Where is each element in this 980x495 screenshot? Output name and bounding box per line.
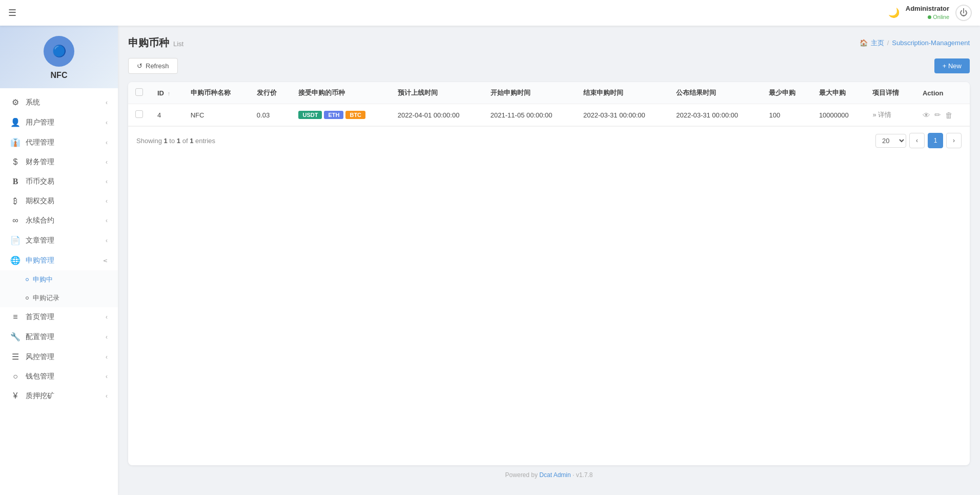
logo-icon: 🔵: [52, 45, 66, 58]
td-name: NFC: [183, 104, 250, 126]
top-header: ☰ 🌙 Administrator Online ⏻: [0, 0, 980, 26]
dot-icon: [26, 278, 29, 281]
sidebar-item-pledge-mining[interactable]: ¥ 质押挖矿 ‹: [0, 386, 118, 406]
footer-dcat-link[interactable]: Dcat Admin: [539, 471, 570, 479]
badge-group: USDT ETH BTC: [298, 111, 383, 119]
new-button[interactable]: + New: [934, 58, 970, 73]
submenu-subscription: 申购中 申购记录: [0, 270, 118, 307]
sidebar-item-perpetual-contract[interactable]: ∞ 永续合约 ‹: [0, 211, 118, 230]
table-header: ID ↑ 申购币种名称 发行价 接受申购的币种: [128, 82, 970, 104]
chevron-right-icon: ‹: [106, 139, 108, 146]
gear-icon: ⚙: [10, 97, 21, 107]
sidebar-menu: ⚙ 系统 ‹ 👤 用户管理 ‹ 👔 代理管理 ‹: [0, 88, 118, 495]
toolbar-left: ↺ Refresh: [128, 58, 178, 74]
risk-icon: ☰: [10, 352, 21, 362]
td-end-time: 2022-03-31 00:00:00: [576, 104, 669, 126]
sidebar-item-subscription-active[interactable]: 申购中: [0, 270, 118, 289]
power-icon[interactable]: ⏻: [955, 5, 972, 21]
page-1-button[interactable]: 1: [928, 133, 943, 148]
breadcrumb-nav: 🏠 主页 / Subscription-Management: [860, 38, 970, 48]
page-footer: Powered by Dcat Admin · v1.7.8: [128, 465, 970, 485]
breadcrumb-current: Subscription-Management: [892, 39, 970, 47]
dot-icon: [26, 296, 29, 300]
entries-info: Showing 1 to 1 of 1 entries: [136, 137, 215, 145]
td-max-subscription: 10000000: [812, 104, 866, 126]
sidebar-item-system[interactable]: ⚙ 系统 ‹: [0, 92, 118, 112]
th-max-subscription: 最大申购: [812, 82, 866, 104]
table-footer: Showing 1 to 1 of 1 entries 20 50 100: [128, 126, 970, 154]
toolbar: ↺ Refresh + New: [128, 58, 970, 74]
layout: 🔵 NFC ⚙ 系统 ‹ 👤 用户管理 ‹: [0, 26, 980, 495]
th-min-subscription: 最少申购: [762, 82, 811, 104]
table-card: ID ↑ 申购币种名称 发行价 接受申购的币种: [128, 82, 970, 465]
per-page-select[interactable]: 20 50 100: [875, 134, 906, 148]
row-checkbox[interactable]: [135, 110, 143, 118]
detail-link[interactable]: » 详情: [872, 111, 891, 118]
chevron-right-icon: ‹: [106, 333, 108, 341]
sidebar-item-agent-management[interactable]: 👔 代理管理 ‹: [0, 132, 118, 152]
edit-icon[interactable]: ✏: [934, 110, 941, 120]
globe-icon: 🌐: [10, 255, 21, 265]
user-name: Administrator: [906, 5, 949, 13]
page-subtitle: List: [173, 40, 183, 48]
subscription-table: ID ↑ 申购币种名称 发行价 接受申购的币种: [128, 82, 970, 126]
hamburger-icon[interactable]: ☰: [8, 7, 16, 18]
sidebar-item-config-management[interactable]: 🔧 配置管理 ‹: [0, 327, 118, 347]
header-right: 🌙 Administrator Online ⏻: [888, 5, 972, 21]
table-body: 4 NFC 0.03 USDT ETH: [128, 104, 970, 126]
sidebar-item-options-trading[interactable]: ₿ 期权交易 ‹: [0, 191, 118, 211]
prev-page-button[interactable]: ‹: [909, 133, 925, 148]
td-action: 👁 ✏ 🗑: [915, 104, 970, 126]
sidebar-item-label: 永续合约: [26, 216, 54, 225]
home-icon: ≡: [10, 312, 21, 322]
breadcrumb: 申购币种 List 🏠 主页 / Subscription-Management: [128, 36, 970, 50]
chevron-right-icon: ‹: [106, 159, 108, 166]
chevron-down-icon: ∨: [102, 258, 109, 263]
submenu-label: 申购中: [33, 275, 53, 284]
breadcrumb-home[interactable]: 主页: [871, 38, 884, 48]
sidebar-item-label: 用户管理: [26, 118, 54, 127]
wrench-icon: 🔧: [10, 332, 21, 342]
moon-icon[interactable]: 🌙: [888, 7, 900, 18]
th-estimated-launch: 预计上线时间: [391, 82, 483, 104]
sidebar-item-label: 文章管理: [26, 236, 54, 245]
th-result-time: 公布结果时间: [669, 82, 762, 104]
td-min-subscription: 100: [762, 104, 811, 126]
user-icon: 👤: [10, 117, 21, 127]
entries-total: 1: [190, 137, 193, 145]
th-id: ID ↑: [150, 82, 183, 104]
chevron-right-icon: ‹: [106, 313, 108, 321]
td-id: 4: [150, 104, 183, 126]
sidebar-item-label: 质押挖矿: [26, 391, 54, 401]
sidebar-item-homepage-management[interactable]: ≡ 首页管理 ‹: [0, 307, 118, 327]
main-content: 申购币种 List 🏠 主页 / Subscription-Management…: [118, 26, 980, 495]
td-accepted-currencies: USDT ETH BTC: [291, 104, 390, 126]
sidebar-item-currency-trading[interactable]: B 币币交易 ‹: [0, 172, 118, 191]
sidebar-item-wallet-management[interactable]: ○ 钱包管理 ‹: [0, 367, 118, 386]
sidebar-item-subscription-management[interactable]: 🌐 申购管理 ∨: [0, 250, 118, 270]
sidebar-item-finance-management[interactable]: $ 财务管理 ‹: [0, 152, 118, 172]
header-checkbox[interactable]: [135, 88, 143, 96]
page-title: 申购币种: [128, 36, 169, 50]
badge-usdt: USDT: [298, 111, 322, 119]
sidebar-item-risk-management[interactable]: ☰ 风控管理 ‹: [0, 347, 118, 367]
user-info: Administrator Online: [906, 5, 949, 21]
sidebar-item-label: 申购管理: [26, 256, 54, 265]
th-action: Action: [915, 82, 970, 104]
delete-icon[interactable]: 🗑: [945, 111, 953, 120]
chevron-right-icon: ‹: [106, 373, 108, 380]
td-estimated-launch: 2022-04-01 00:00:00: [391, 104, 483, 126]
article-icon: 📄: [10, 235, 21, 245]
sidebar-item-subscription-records[interactable]: 申购记录: [0, 289, 118, 307]
next-page-button[interactable]: ›: [946, 133, 962, 148]
home-icon: 🏠: [860, 39, 868, 47]
wallet-icon: ○: [10, 372, 21, 381]
refresh-button[interactable]: ↺ Refresh: [128, 58, 178, 74]
sidebar-item-user-management[interactable]: 👤 用户管理 ‹: [0, 112, 118, 132]
refresh-label: Refresh: [146, 62, 169, 70]
view-icon[interactable]: 👁: [923, 111, 930, 120]
pagination: 20 50 100 ‹ 1 ›: [875, 133, 962, 148]
chevron-right-icon: ‹: [106, 197, 108, 205]
th-end-time: 结束申购时间: [576, 82, 669, 104]
sidebar-item-article-management[interactable]: 📄 文章管理 ‹: [0, 230, 118, 250]
